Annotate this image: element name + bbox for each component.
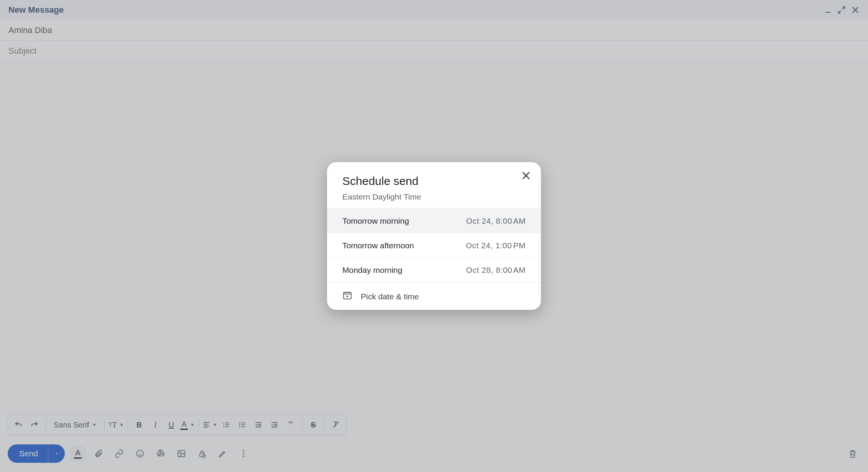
schedule-option-time: Oct 28, 8:00 AM — [466, 266, 526, 275]
pick-date-time-label: Pick date & time — [361, 292, 419, 301]
dialog-header: Schedule send Eastern Daylight Time — [327, 162, 541, 208]
dialog-title: Schedule send — [342, 175, 526, 188]
schedule-option-label: Monday morning — [342, 266, 402, 275]
svg-rect-17 — [344, 292, 351, 299]
schedule-option[interactable]: Monday morning Oct 28, 8:00 AM — [327, 258, 541, 282]
schedule-option-label: Tomorrow morning — [342, 216, 409, 225]
schedule-option[interactable]: Tomorrow morning Oct 24, 8:00 AM — [327, 209, 541, 233]
pick-date-time-button[interactable]: Pick date & time — [327, 282, 541, 310]
schedule-option-time: Oct 24, 8:00 AM — [466, 216, 526, 225]
svg-rect-18 — [347, 296, 348, 297]
calendar-icon — [342, 290, 352, 302]
dialog-timezone: Eastern Daylight Time — [342, 192, 526, 201]
schedule-option-label: Tomorrow afternoon — [342, 241, 414, 250]
schedule-option[interactable]: Tomorrow afternoon Oct 24, 1:00 PM — [327, 233, 541, 258]
schedule-options: Tomorrow morning Oct 24, 8:00 AM Tomorro… — [327, 208, 541, 282]
dialog-close-button[interactable] — [521, 171, 531, 182]
schedule-send-dialog: Schedule send Eastern Daylight Time Tomo… — [327, 162, 541, 310]
schedule-option-time: Oct 24, 1:00 PM — [466, 241, 526, 250]
